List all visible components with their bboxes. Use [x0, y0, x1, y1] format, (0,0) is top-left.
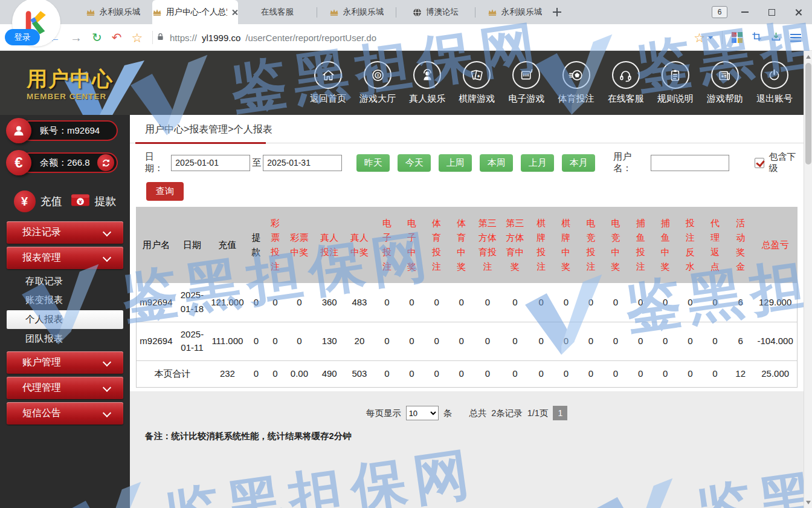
- tab-title: 在线客服: [261, 7, 294, 18]
- scrollbar-up-arrow[interactable]: [804, 52, 812, 61]
- quick-range-button[interactable]: 本周: [480, 154, 513, 172]
- column-header: 彩 票 投 注: [266, 207, 284, 283]
- live-dealer-icon: [413, 61, 441, 89]
- sidebar-submenu-item[interactable]: 团队报表: [0, 330, 130, 348]
- table-cell: 0: [474, 283, 501, 322]
- quick-range-button[interactable]: 昨天: [356, 154, 390, 172]
- sidebar-menu-group[interactable]: 代理管理: [7, 377, 123, 399]
- tab-close-icon[interactable]: [231, 9, 238, 16]
- url-domain: yl1999.co: [202, 33, 240, 43]
- per-page-label: 每页显示: [366, 408, 401, 419]
- nav-item-power[interactable]: 退出账号: [752, 61, 798, 105]
- chevron-down-icon: [708, 36, 713, 39]
- totals-cell: 12: [727, 360, 753, 387]
- sidebar-menu-group[interactable]: 报表管理: [7, 247, 123, 269]
- include-sub-checkbox[interactable]: 包含下级: [755, 151, 804, 174]
- nav-item-live-dealer[interactable]: 真人娱乐: [404, 61, 450, 105]
- sidebar-submenu-item[interactable]: 存取记录: [0, 272, 130, 291]
- browser-tab[interactable]: 在线客服: [238, 0, 317, 24]
- page-scrollbar[interactable]: [804, 51, 812, 508]
- new-tab-button[interactable]: [551, 6, 563, 18]
- page-number-button[interactable]: 1: [553, 406, 567, 420]
- nav-item-rules-doc[interactable]: 规则说明: [652, 61, 698, 105]
- sidebar-submenu-item[interactable]: 个人报表: [7, 310, 123, 329]
- close-button[interactable]: [789, 4, 807, 20]
- date-to-input[interactable]: [263, 155, 342, 171]
- maximize-button[interactable]: [762, 4, 781, 20]
- screenshot-crop-icon[interactable]: [752, 31, 762, 44]
- tab-count-badge[interactable]: 6: [712, 6, 727, 18]
- nav-item-newspaper[interactable]: 游戏帮助: [702, 61, 748, 105]
- table-cell: 0: [653, 322, 678, 360]
- table-cell: 0: [553, 283, 578, 322]
- refresh-balance-button[interactable]: [97, 154, 114, 171]
- table-cell: 0: [375, 283, 399, 322]
- sidebar-submenu-item[interactable]: 账变报表: [0, 291, 130, 310]
- quick-range-button[interactable]: 今天: [398, 154, 431, 172]
- crown-favicon-icon: [152, 8, 162, 16]
- withdraw-button[interactable]: ¥ 提款: [71, 192, 117, 210]
- bookmark-star-icon[interactable]: ☆: [132, 31, 143, 44]
- scrollbar-thumb[interactable]: [805, 63, 811, 164]
- scrollbar-down-arrow[interactable]: [804, 498, 812, 507]
- wallet-icon: ¥: [71, 192, 90, 210]
- quick-range-button[interactable]: 本月: [562, 154, 595, 172]
- browser-toolbar: 登录 ← → ↻ ↶ ☆ https://yl1999.co/userCente…: [0, 24, 812, 51]
- table-cell: 121.000: [208, 283, 246, 322]
- https-lock-icon: [156, 32, 165, 43]
- favorites-button[interactable]: ☆: [694, 31, 713, 44]
- column-header: 体 育 中 奖: [449, 207, 474, 283]
- nav-label: 规则说明: [657, 93, 694, 105]
- recharge-button[interactable]: ¥ 充值: [14, 190, 62, 212]
- sidebar-menu-group[interactable]: 投注记录: [7, 221, 123, 244]
- sidebar-menu-group[interactable]: 短信公告: [7, 402, 123, 425]
- totals-cell: 490: [314, 360, 344, 387]
- footer-note: 备注：统计比较消耗系统性能，统计结果将缓存2分钟: [145, 431, 804, 442]
- table-cell: 0: [678, 283, 703, 322]
- minimize-button[interactable]: [736, 4, 754, 20]
- browser-tab[interactable]: 博澳论坛: [396, 0, 475, 24]
- per-page-select[interactable]: 10: [406, 406, 439, 420]
- browser-login-button[interactable]: 登录: [5, 29, 40, 45]
- column-header: 彩票 中奖: [285, 207, 315, 283]
- toolbar-divider: [152, 31, 153, 44]
- site-logo: 用户中心 MEMBER CENTER: [25, 56, 158, 114]
- browser-tab[interactable]: 永利娱乐城: [317, 0, 396, 24]
- table-cell: 0: [603, 322, 628, 360]
- tab-title: 用户中心-个人总览: [166, 7, 227, 18]
- totals-cell: 0: [529, 360, 553, 387]
- table-row: m926942025-01-11111.00000013020000000000…: [137, 322, 797, 360]
- quick-range-button[interactable]: 上月: [521, 154, 554, 172]
- nav-item-headset[interactable]: 在线客服: [603, 61, 649, 105]
- download-icon[interactable]: [771, 31, 781, 44]
- query-button[interactable]: 查询: [146, 182, 184, 201]
- column-header: 总盈亏: [753, 207, 797, 283]
- table-header-row: 用户名日期充值提 款彩 票 投 注彩票 中奖真人 投注真人 中奖电 子 投 注电…: [137, 207, 797, 283]
- browser-tab[interactable]: 用户中心-个人总览: [152, 0, 238, 24]
- browser-tab[interactable]: 永利娱乐城: [475, 0, 554, 24]
- nav-item-home[interactable]: 返回首页: [305, 61, 351, 105]
- cards-icon: ♠: [463, 61, 491, 89]
- table-cell: 0: [285, 322, 315, 360]
- column-header: 棋 牌 投 注: [529, 207, 553, 283]
- browser-tab[interactable]: 永利娱乐城: [74, 0, 152, 24]
- quick-range-button[interactable]: 上周: [439, 154, 472, 172]
- menu-hamburger-icon[interactable]: [790, 34, 801, 42]
- forward-icon[interactable]: →: [70, 31, 82, 44]
- browser-tab-bar: 永利娱乐城用户中心-个人总览在线客服永利娱乐城博澳论坛永利娱乐城 6: [0, 0, 812, 24]
- undo-icon[interactable]: ↶: [112, 31, 122, 44]
- address-bar[interactable]: https://yl1999.co/userCenter/report/repo…: [156, 24, 376, 51]
- username-input[interactable]: [651, 155, 729, 171]
- apps-grid-icon[interactable]: [732, 32, 743, 43]
- table-cell: 0: [703, 283, 727, 322]
- sidebar-menu-group[interactable]: 账户管理: [7, 351, 123, 374]
- breadcrumb-bar: 用户中心>报表管理>个人报表: [130, 115, 804, 143]
- crown-favicon-icon: [488, 8, 497, 16]
- date-from-input[interactable]: [171, 155, 250, 171]
- nav-item-eight-ball[interactable]: 8游戏大厅: [355, 61, 401, 105]
- breadcrumb: 用户中心>报表管理>个人报表: [145, 123, 272, 136]
- nav-item-slot-machine[interactable]: 电子游戏: [503, 61, 549, 105]
- refresh-icon[interactable]: ↻: [92, 31, 102, 44]
- nav-item-soccer-ball[interactable]: 体育投注: [553, 61, 599, 105]
- nav-item-cards[interactable]: ♠棋牌游戏: [454, 61, 500, 105]
